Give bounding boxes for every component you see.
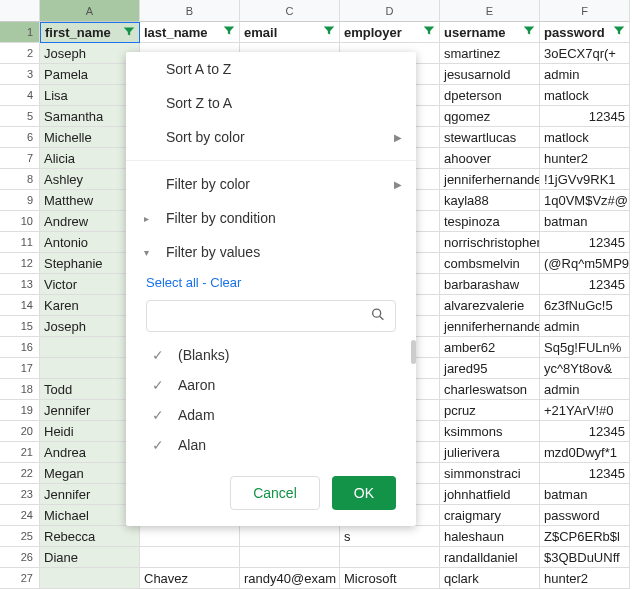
cell[interactable]: 12345	[540, 274, 630, 295]
header-cell-last_name[interactable]: last_name	[140, 22, 240, 43]
cell[interactable]: Heidi	[40, 421, 140, 442]
cell[interactable]: dpeterson	[440, 85, 540, 106]
column-header-B[interactable]: B	[140, 0, 240, 22]
cell[interactable]	[40, 337, 140, 358]
filter-icon[interactable]	[222, 24, 236, 41]
ok-button[interactable]: OK	[332, 476, 396, 510]
cell[interactable]: batman	[540, 484, 630, 505]
row-header-19[interactable]: 19	[0, 400, 40, 421]
filter-by-condition[interactable]: ▸ Filter by condition	[126, 201, 416, 235]
row-header-12[interactable]: 12	[0, 253, 40, 274]
cell[interactable]: 3oECX7qr(+	[540, 43, 630, 64]
cell[interactable]: Megan	[40, 463, 140, 484]
row-header-25[interactable]: 25	[0, 526, 40, 547]
cell[interactable]: alvarezvalerie	[440, 295, 540, 316]
cell[interactable]: Diane	[40, 547, 140, 568]
row-header-10[interactable]: 10	[0, 211, 40, 232]
row-header-7[interactable]: 7	[0, 148, 40, 169]
row-header-27[interactable]: 27	[0, 568, 40, 589]
filter-value-item[interactable]: ✓Aaron	[146, 370, 408, 400]
column-header-D[interactable]: D	[340, 0, 440, 22]
sort-by-color[interactable]: Sort by color ▶	[126, 120, 416, 154]
column-header-A[interactable]: A	[40, 0, 140, 22]
cell[interactable]: !1jGVv9RK1	[540, 169, 630, 190]
row-header-5[interactable]: 5	[0, 106, 40, 127]
cell[interactable]: matlock	[540, 127, 630, 148]
cell[interactable]: jared95	[440, 358, 540, 379]
cell[interactable]: admin	[540, 64, 630, 85]
cell[interactable]: ksimmons	[440, 421, 540, 442]
cell[interactable]: +21YArV!#0	[540, 400, 630, 421]
filter-icon[interactable]	[122, 24, 136, 41]
row-header-15[interactable]: 15	[0, 316, 40, 337]
cell[interactable]: jenniferhernande	[440, 169, 540, 190]
cell[interactable]: Joseph	[40, 316, 140, 337]
cell[interactable]: Alicia	[40, 148, 140, 169]
clear-link[interactable]: Clear	[210, 275, 241, 290]
filter-by-color[interactable]: Filter by color ▶	[126, 167, 416, 201]
cell[interactable]: Michelle	[40, 127, 140, 148]
cancel-button[interactable]: Cancel	[230, 476, 320, 510]
row-header-8[interactable]: 8	[0, 169, 40, 190]
row-header-22[interactable]: 22	[0, 463, 40, 484]
header-cell-username[interactable]: username	[440, 22, 540, 43]
cell[interactable]: Jennifer	[40, 484, 140, 505]
row-header-13[interactable]: 13	[0, 274, 40, 295]
cell[interactable]: Victor	[40, 274, 140, 295]
filter-icon[interactable]	[522, 24, 536, 41]
header-cell-email[interactable]: email	[240, 22, 340, 43]
cell[interactable]: Todd	[40, 379, 140, 400]
header-cell-password[interactable]: password	[540, 22, 630, 43]
filter-value-item[interactable]: ✓Alan	[146, 430, 408, 460]
cell[interactable]: mzd0Dwyf*1	[540, 442, 630, 463]
cell[interactable]: pcruz	[440, 400, 540, 421]
cell[interactable]: 12345	[540, 232, 630, 253]
column-header-F[interactable]: F	[540, 0, 630, 22]
cell[interactable]: s	[340, 526, 440, 547]
cell[interactable]: stewartlucas	[440, 127, 540, 148]
cell[interactable]: admin	[540, 316, 630, 337]
row-header-24[interactable]: 24	[0, 505, 40, 526]
cell[interactable]: simmonstraci	[440, 463, 540, 484]
filter-icon[interactable]	[322, 24, 336, 41]
cell[interactable]: amber62	[440, 337, 540, 358]
cell[interactable]: Stephanie	[40, 253, 140, 274]
row-header-23[interactable]: 23	[0, 484, 40, 505]
row-header-16[interactable]: 16	[0, 337, 40, 358]
cell[interactable]: randy40@exam	[240, 568, 340, 589]
cell[interactable]: barbarashaw	[440, 274, 540, 295]
row-header-9[interactable]: 9	[0, 190, 40, 211]
cell[interactable]: Z$CP6ERb$l	[540, 526, 630, 547]
row-header-21[interactable]: 21	[0, 442, 40, 463]
cell[interactable]: ahoover	[440, 148, 540, 169]
row-header-17[interactable]: 17	[0, 358, 40, 379]
row-header-6[interactable]: 6	[0, 127, 40, 148]
filter-icon[interactable]	[612, 24, 626, 41]
cell[interactable]: haleshaun	[440, 526, 540, 547]
cell[interactable]	[140, 526, 240, 547]
cell[interactable]: randalldaniel	[440, 547, 540, 568]
cell[interactable]: kayla88	[440, 190, 540, 211]
cell[interactable]: Chavez	[140, 568, 240, 589]
cell[interactable]: Antonio	[40, 232, 140, 253]
cell[interactable]: 12345	[540, 106, 630, 127]
cell[interactable]: (@Rq^m5MP9	[540, 253, 630, 274]
cell[interactable]: Matthew	[40, 190, 140, 211]
header-cell-employer[interactable]: employer	[340, 22, 440, 43]
row-header-20[interactable]: 20	[0, 421, 40, 442]
cell[interactable]: Lisa	[40, 85, 140, 106]
cell[interactable]: $3QBDuUNff	[540, 547, 630, 568]
cell[interactable]: Jennifer	[40, 400, 140, 421]
row-header-4[interactable]: 4	[0, 85, 40, 106]
row-header-26[interactable]: 26	[0, 547, 40, 568]
cell[interactable]: Sq5g!FULn%	[540, 337, 630, 358]
cell[interactable]: jesusarnold	[440, 64, 540, 85]
cell[interactable]: Ashley	[40, 169, 140, 190]
cell[interactable]: combsmelvin	[440, 253, 540, 274]
cell[interactable]: 12345	[540, 463, 630, 484]
cell[interactable]: matlock	[540, 85, 630, 106]
column-header-C[interactable]: C	[240, 0, 340, 22]
cell[interactable]: yc^8Yt8ov&	[540, 358, 630, 379]
row-header-2[interactable]: 2	[0, 43, 40, 64]
cell[interactable]: password	[540, 505, 630, 526]
